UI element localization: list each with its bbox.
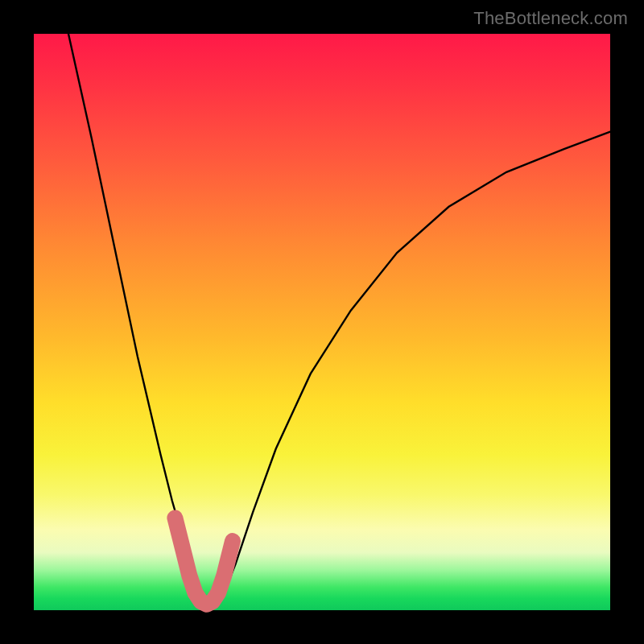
chart-frame: TheBottleneck.com (0, 0, 644, 644)
highlight-region-path (175, 518, 233, 604)
watermark-text: TheBottleneck.com (473, 8, 628, 29)
bottleneck-curve-path (68, 34, 610, 607)
plot-area (34, 34, 610, 610)
curve-svg (34, 34, 610, 610)
